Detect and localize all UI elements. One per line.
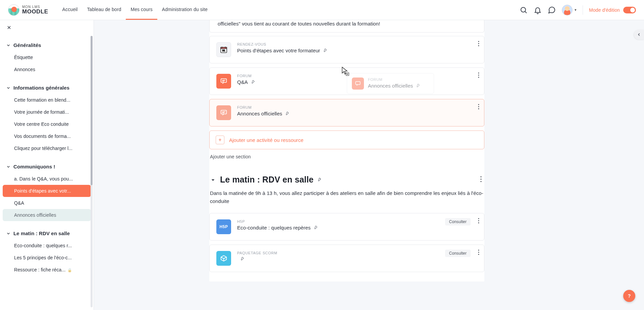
activity-type-label: H5P xyxy=(237,219,477,223)
sidebar-item[interactable]: a. Dans le Q&A, vous pou... xyxy=(3,173,91,185)
view-button[interactable]: Consulter xyxy=(445,250,471,257)
plus-icon: + xyxy=(216,136,224,144)
add-activity-button[interactable]: + Ajouter une activité ou ressource xyxy=(209,131,484,149)
svg-point-27 xyxy=(478,218,479,219)
svg-point-31 xyxy=(478,250,479,251)
close-drawer-button[interactable] xyxy=(0,22,94,33)
search-icon[interactable] xyxy=(520,6,528,14)
topbar: MON LMS MOODLE Accueil Tableau de bord M… xyxy=(0,0,644,20)
svg-point-17 xyxy=(478,77,479,78)
svg-point-9 xyxy=(478,41,479,42)
svg-point-21 xyxy=(478,104,479,105)
sidebar-item[interactable]: Cette formation en blend... xyxy=(3,94,91,106)
sidebar-section-toggle[interactable]: Généralités xyxy=(0,40,94,50)
activity-card[interactable]: PAQUETAGE SCORMConsulter xyxy=(209,245,484,272)
pencil-icon[interactable] xyxy=(313,225,318,230)
edit-mode-label: Mode d'édition xyxy=(589,7,620,13)
sidebar-item[interactable]: Cliquez pour télécharger l... xyxy=(3,142,91,154)
pencil-icon[interactable] xyxy=(317,177,322,182)
open-right-drawer-button[interactable] xyxy=(634,30,644,40)
svg-point-10 xyxy=(478,43,479,44)
divider xyxy=(583,5,583,15)
section-description: Dans la matinée de 9h à 13 h, vous allez… xyxy=(210,189,484,205)
svg-text:31: 31 xyxy=(222,49,225,52)
sidebar-scrollbar[interactable] xyxy=(91,36,93,307)
activity-card[interactable]: FORUMAnnonces officielles xyxy=(209,99,484,126)
avatar xyxy=(562,5,573,15)
pencil-icon[interactable] xyxy=(285,111,290,116)
svg-point-32 xyxy=(478,252,479,253)
sidebar-item[interactable]: Annonces officielles xyxy=(3,209,91,221)
sidebar-item[interactable]: Votre journée de formati... xyxy=(3,106,91,118)
add-activity-label: Ajouter une activité ou ressource xyxy=(229,137,304,143)
sidebar-item[interactable]: Eco-conduite : quelques r... xyxy=(3,240,91,252)
sidebar-item[interactable]: Étiquette xyxy=(3,51,91,63)
svg-point-33 xyxy=(478,254,479,255)
activity-menu-button[interactable] xyxy=(478,250,479,256)
edit-mode-toggle[interactable]: Mode d'édition xyxy=(589,7,636,13)
section-menu-button[interactable] xyxy=(480,176,484,183)
nav-home[interactable]: Accueil xyxy=(58,0,83,20)
activity-type-label: PAQUETAGE SCORM xyxy=(237,251,477,255)
sidebar-item[interactable]: Points d'étapes avec votr... xyxy=(3,185,91,197)
switch-on xyxy=(623,7,636,13)
activity-title: Eco-conduite : quelques repères xyxy=(237,225,311,230)
activity-card[interactable]: H5PH5PEco-conduite : quelques repèresCon… xyxy=(209,213,484,241)
pencil-icon[interactable] xyxy=(251,80,256,85)
chat-icon[interactable] xyxy=(548,6,556,14)
bell-icon[interactable] xyxy=(534,6,542,14)
section-title: Le matin : RDV en salle xyxy=(220,175,314,185)
brand-mark xyxy=(8,4,19,16)
user-menu[interactable]: ▾ xyxy=(562,5,577,15)
svg-point-26 xyxy=(480,181,481,182)
sidebar-section-toggle[interactable]: Communiquons ! xyxy=(0,162,94,171)
svg-point-16 xyxy=(478,75,479,76)
collapse-section-icon[interactable] xyxy=(210,177,216,183)
svg-point-25 xyxy=(480,179,481,180)
section-header: Le matin : RDV en salle xyxy=(210,175,484,185)
sidebar-section-toggle[interactable]: Informations générales xyxy=(0,83,94,93)
activity-card[interactable]: FORUMQ&A xyxy=(209,67,484,95)
svg-point-28 xyxy=(478,220,479,221)
svg-point-11 xyxy=(478,45,479,46)
sidebar-item[interactable]: Votre centre Eco conduite xyxy=(3,118,91,130)
sidebar-item[interactable]: Q&A xyxy=(3,197,91,209)
calendar-icon: 31 xyxy=(216,42,231,57)
activity-type-label: FORUM xyxy=(237,74,477,78)
forum-icon xyxy=(216,105,231,120)
forum-icon xyxy=(216,74,231,89)
svg-point-24 xyxy=(480,176,481,177)
svg-point-29 xyxy=(478,222,479,223)
sidebar: GénéralitésÉtiquetteAnnoncesInformations… xyxy=(0,20,94,310)
chevron-down-icon: ▾ xyxy=(575,8,577,12)
brand-logo[interactable]: MON LMS MOODLE xyxy=(8,4,48,16)
sidebar-section-toggle[interactable]: Le matin : RDV en salle xyxy=(0,228,94,238)
svg-rect-12 xyxy=(221,79,227,83)
activity-type-label: FORUM xyxy=(237,105,477,109)
section-description-fragment: officielles" vous tient au courant de to… xyxy=(209,20,484,33)
svg-line-1 xyxy=(525,11,527,13)
view-button[interactable]: Consulter xyxy=(445,218,471,225)
activity-card[interactable]: 31RENDEZ-VOUSPoints d'étapes avec votre … xyxy=(209,36,484,63)
svg-point-0 xyxy=(521,7,526,12)
nav-my-courses[interactable]: Mes cours xyxy=(126,0,157,20)
sidebar-item[interactable]: Les 5 principes de l'éco-c... xyxy=(3,252,91,264)
sidebar-item[interactable]: Annonces xyxy=(3,63,91,75)
activity-menu-button[interactable] xyxy=(478,72,479,79)
svg-point-23 xyxy=(478,108,479,109)
nav-dashboard[interactable]: Tableau de bord xyxy=(82,0,126,20)
pencil-icon[interactable] xyxy=(240,256,245,261)
svg-rect-5 xyxy=(221,47,227,49)
main-content: officielles" vous tient au courant de to… xyxy=(94,20,644,310)
activity-menu-button[interactable] xyxy=(478,104,479,110)
help-button[interactable]: ? xyxy=(623,290,635,302)
sidebar-item[interactable]: Vos documents de forma... xyxy=(3,130,91,142)
pencil-icon[interactable] xyxy=(323,48,328,53)
sidebar-item[interactable]: Ressource : fiche réca... xyxy=(3,264,91,276)
nav-site-admin[interactable]: Administration du site xyxy=(157,0,212,20)
activity-menu-button[interactable] xyxy=(478,41,479,47)
add-section-link[interactable]: Ajouter une section xyxy=(210,154,251,159)
activity-title: Annonces officielles xyxy=(237,111,282,116)
activity-menu-button[interactable] xyxy=(478,218,479,224)
svg-point-22 xyxy=(478,106,479,107)
